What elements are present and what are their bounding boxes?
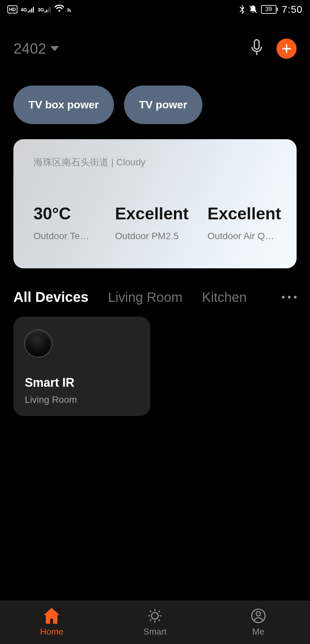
metric-outdoor-pm25: Excellent Outdoor PM2.5	[115, 204, 184, 241]
room-tabs: All Devices Living Room Kitchen	[13, 289, 297, 305]
tab-all-devices[interactable]: All Devices	[13, 289, 88, 305]
scene-chip-tv-power[interactable]: TV power	[124, 86, 202, 124]
bottom-nav: Home Smart Me	[0, 600, 310, 644]
app-header: 2402	[0, 34, 310, 64]
dots-icon	[294, 296, 297, 299]
signal-3g-icon: 3G	[38, 6, 52, 12]
weather-card[interactable]: 海珠区南石头街道 | Cloudy 30°C Outdoor Temp. Exc…	[13, 139, 297, 268]
more-rooms-button[interactable]	[282, 296, 297, 299]
chevron-down-icon	[50, 46, 59, 52]
nav-label: Home	[40, 627, 63, 637]
dots-icon	[288, 296, 291, 299]
metric-value: Excellent	[207, 204, 276, 223]
metric-value: 30°C	[34, 204, 91, 223]
voice-icon[interactable]	[250, 39, 264, 59]
metric-label: Outdoor PM2.5	[115, 231, 184, 241]
metric-label: Outdoor Temp.	[34, 231, 91, 241]
status-right: 39 7:50	[239, 4, 303, 15]
device-name: Smart IR	[25, 376, 139, 390]
svg-point-3	[256, 611, 260, 616]
add-button[interactable]	[276, 39, 297, 59]
wifi-icon	[55, 5, 64, 14]
tab-kitchen[interactable]: Kitchen	[202, 290, 246, 305]
nav-label: Smart	[143, 627, 167, 637]
device-grid: Smart IR Living Room	[13, 317, 297, 416]
scene-row: TV box power TV power	[13, 86, 297, 124]
home-selector[interactable]: 2402	[13, 40, 59, 57]
clock-text: 7:50	[282, 4, 303, 15]
plus-icon	[281, 43, 292, 54]
cast-icon	[67, 5, 76, 14]
nav-label: Me	[252, 627, 264, 637]
metric-value: Excellent	[115, 204, 184, 223]
metric-outdoor-temp: 30°C Outdoor Temp.	[34, 204, 91, 241]
signal-4g-icon: 4G	[21, 6, 35, 12]
weather-location: 海珠区南石头街道 | Cloudy	[34, 156, 276, 169]
nav-smart[interactable]: Smart	[103, 600, 206, 644]
hd-icon: HD	[7, 5, 17, 13]
sun-icon	[146, 608, 164, 624]
status-left: HD 4G 3G	[7, 5, 76, 14]
nav-home[interactable]: Home	[0, 600, 103, 644]
svg-point-1	[151, 612, 158, 619]
home-name: 2402	[13, 40, 46, 57]
device-card-smart-ir[interactable]: Smart IR Living Room	[13, 317, 150, 416]
mute-icon	[248, 5, 258, 14]
status-bar: HD 4G 3G 39 7:50	[0, 0, 310, 18]
scene-chip-label: TV box power	[28, 99, 99, 111]
scene-chip-label: TV power	[139, 99, 187, 111]
tab-living-room[interactable]: Living Room	[108, 290, 182, 305]
device-room: Living Room	[25, 394, 139, 405]
person-icon	[250, 608, 267, 624]
dots-icon	[282, 296, 285, 299]
home-icon	[43, 608, 60, 624]
metric-outdoor-air-quality: Excellent Outdoor Air Qu…	[207, 204, 276, 241]
battery-icon: 39	[261, 5, 276, 14]
nav-me[interactable]: Me	[207, 600, 310, 644]
metric-label: Outdoor Air Qu…	[207, 231, 276, 241]
bluetooth-icon	[239, 5, 245, 14]
device-thumbnail-icon	[25, 330, 52, 357]
svg-rect-0	[254, 40, 259, 49]
scene-chip-tv-box-power[interactable]: TV box power	[13, 86, 114, 124]
